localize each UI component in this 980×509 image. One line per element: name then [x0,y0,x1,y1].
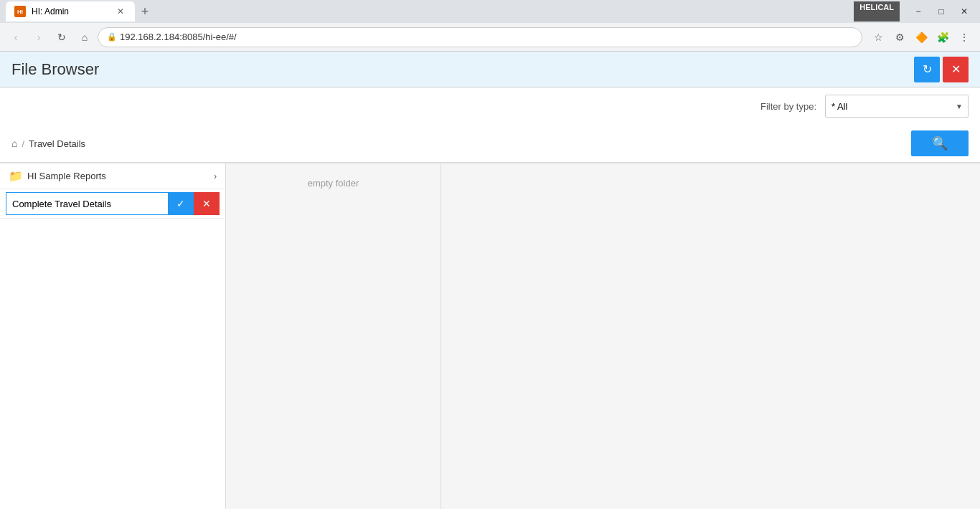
folder-icon: 📁 [9,169,23,183]
breadcrumb-bar: ⌂ / Travel Details 🔍 [0,125,980,163]
address-text: 192.168.2.184:8085/hi-ee/#/ [120,32,237,42]
close-button[interactable]: ✕ [954,1,974,22]
menu-icon[interactable]: ⋮ [954,27,974,47]
tab-favicon-text: HI [17,9,23,15]
tab-title: HI: Admin [32,6,69,16]
reload-button[interactable]: ↻ [52,27,72,47]
back-button[interactable]: ‹ [6,27,26,47]
home-button[interactable]: ⌂ [75,27,95,47]
maximize-button[interactable]: □ [931,1,951,22]
page-title: File Browser [11,60,99,79]
close-icon: ✕ [951,62,961,76]
tab-favicon: HI [14,6,26,17]
tab-close-button[interactable]: ✕ [115,6,126,17]
breadcrumb-search-button[interactable]: 🔍 [911,130,969,156]
search-icon: 🔍 [932,135,948,151]
x-icon: ✕ [202,198,211,209]
folder-arrow-icon: › [214,171,217,181]
breadcrumb-separator: / [22,138,24,149]
breadcrumb-current: Travel Details [29,138,85,149]
folder-name: HI Sample Reports [27,171,209,181]
new-tab-button[interactable]: + [135,1,155,22]
window-controls: HELICAL − □ ✕ [854,1,974,22]
rename-cancel-button[interactable]: ✕ [194,192,220,215]
folder-item[interactable]: 📁 HI Sample Reports › [0,163,225,189]
filter-select[interactable]: * All [825,95,969,118]
empty-folder-text: empty folder [308,178,359,189]
address-bar[interactable]: 🔒 192.168.2.184:8085/hi-ee/#/ [98,27,862,47]
breadcrumb-home-icon[interactable]: ⌂ [11,138,17,149]
bookmark-icon[interactable]: ☆ [868,27,888,47]
checkmark-icon: ✓ [176,198,185,209]
browser-titlebar: HI HI: Admin ✕ + HELICAL − □ ✕ [0,0,980,23]
browser-addressbar: ‹ › ↻ ⌂ 🔒 192.168.2.184:8085/hi-ee/#/ ☆ … [0,23,980,52]
extensions-icon[interactable]: ⚙ [890,27,910,47]
toolbar-icons: ☆ ⚙ 🔶 🧩 ⋮ [868,27,974,47]
header-actions: ↻ ✕ [914,57,969,82]
filter-select-wrapper: * All [825,95,969,118]
lock-icon: 🔒 [107,32,117,42]
browser-tab[interactable]: HI HI: Admin ✕ [6,1,135,22]
helical-badge: HELICAL [854,1,900,22]
app-header: File Browser ↻ ✕ [0,52,980,87]
helical-ext-icon[interactable]: 🔶 [911,27,931,47]
left-panel: 📁 HI Sample Reports › ✓ ✕ [0,163,226,509]
rename-confirm-button[interactable]: ✓ [168,192,194,215]
right-panel [441,163,980,509]
filter-bar: Filter by type: * All [0,87,980,125]
refresh-button[interactable]: ↻ [914,57,940,82]
header-close-button[interactable]: ✕ [943,57,969,82]
forward-button[interactable]: › [29,27,49,47]
main-content: 📁 HI Sample Reports › ✓ ✕ empty folder [0,163,980,509]
rename-input[interactable] [6,192,168,215]
filter-label: Filter by type: [760,101,816,112]
minimize-button[interactable]: − [908,1,928,22]
rename-row: ✓ ✕ [0,189,225,219]
refresh-icon: ↻ [923,62,932,76]
puzzle-icon[interactable]: 🧩 [933,27,953,47]
middle-panel: empty folder [226,163,441,509]
